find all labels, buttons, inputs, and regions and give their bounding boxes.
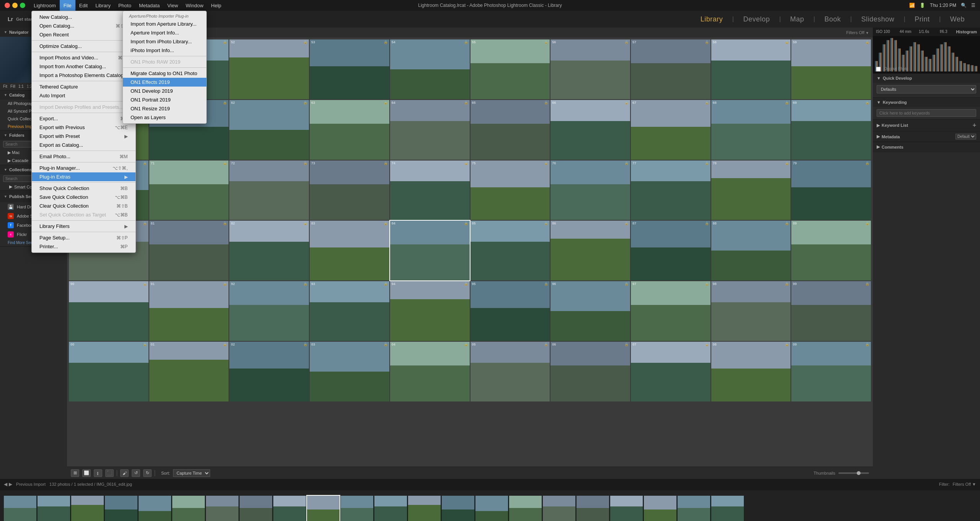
photo-cell[interactable]: 73🔒 bbox=[310, 161, 389, 220]
menu-export-catalog[interactable]: Export as Catalog... bbox=[32, 141, 136, 149]
submenu-iphoto-info[interactable]: iPhoto Import Info... bbox=[123, 46, 206, 55]
menu-window[interactable]: Window bbox=[182, 0, 207, 11]
photo-cell[interactable]: 01🔒 bbox=[149, 342, 229, 401]
photo-cell[interactable]: 86🔒 bbox=[550, 221, 630, 280]
thumbnail-slider-handle[interactable] bbox=[857, 471, 861, 475]
menu-email-photo[interactable]: Email Photo... ⌘M bbox=[32, 152, 136, 161]
photo-cell[interactable]: 99🔒 bbox=[791, 281, 871, 341]
prev-arrow[interactable]: ◀ bbox=[4, 482, 7, 487]
module-develop[interactable]: Develop bbox=[735, 11, 777, 28]
filmstrip-cell[interactable] bbox=[408, 496, 441, 521]
menu-open-recent[interactable]: Open Recent ▶ bbox=[32, 30, 136, 39]
filmstrip-cell[interactable] bbox=[4, 496, 36, 521]
photo-cell[interactable]: 09🔒 bbox=[791, 342, 871, 401]
thumbnail-slider[interactable] bbox=[838, 472, 869, 474]
photo-cell[interactable]: 84🔒 bbox=[390, 221, 470, 280]
menu-photo[interactable]: Photo bbox=[114, 0, 135, 11]
photo-cell[interactable]: 56🔒 bbox=[550, 39, 630, 99]
original-photo-check[interactable] bbox=[876, 67, 881, 72]
sort-select[interactable]: Capture Time Edit Time File Name Rating bbox=[173, 469, 210, 477]
menu-open-catalog[interactable]: Open Catalog... ⌘⇧O bbox=[32, 21, 136, 30]
menu-export-previous[interactable]: Export with Previous ⌥⌘E bbox=[32, 123, 136, 132]
filters-off-status[interactable]: Filters Off ▼ bbox=[953, 482, 976, 487]
view-grid-button[interactable]: ⊞ bbox=[71, 469, 79, 477]
photo-cell[interactable]: 92🔒 bbox=[229, 281, 309, 341]
filmstrip-cell[interactable] bbox=[206, 496, 238, 521]
photo-cell[interactable]: 91🔒 bbox=[149, 281, 229, 341]
module-web[interactable]: Web bbox=[942, 11, 972, 28]
search-icon[interactable]: 🔍 bbox=[961, 3, 967, 8]
menu-lightroom[interactable]: Lightroom bbox=[30, 0, 60, 11]
menu-library[interactable]: Library bbox=[91, 0, 114, 11]
menu-tethered[interactable]: Tethered Capture ▶ bbox=[32, 82, 136, 91]
filmstrip-cell[interactable] bbox=[139, 496, 171, 521]
comments-header[interactable]: ▶ Comments bbox=[873, 142, 980, 152]
menu-import-elements[interactable]: Import a Photoshop Elements Catalog... bbox=[32, 71, 136, 80]
menu-clear-quick[interactable]: Clear Quick Collection ⌘⇧B bbox=[32, 202, 136, 210]
filmstrip-cell[interactable] bbox=[240, 496, 272, 521]
photo-cell[interactable]: 53🔒 bbox=[310, 39, 389, 99]
menu-auto-import[interactable]: Auto Import ▶ bbox=[32, 91, 136, 100]
photo-cell[interactable]: 78🔒 bbox=[711, 161, 791, 220]
filmstrip-cell[interactable] bbox=[442, 496, 474, 521]
close-button[interactable] bbox=[5, 3, 10, 8]
filmstrip-cell[interactable] bbox=[273, 496, 306, 521]
photo-cell[interactable]: 90🔒 bbox=[69, 281, 149, 341]
photo-cell[interactable]: 89🔒 bbox=[791, 221, 871, 280]
menu-import-catalog[interactable]: Import from Another Catalog... bbox=[32, 62, 136, 71]
menu-printer[interactable]: Printer... ⌘P bbox=[32, 242, 136, 251]
submenu-on1-portrait[interactable]: ON1 Portrait 2019 bbox=[123, 95, 206, 104]
photo-cell[interactable]: 64🔒 bbox=[390, 100, 470, 160]
menu-help[interactable]: Help bbox=[207, 0, 225, 11]
zoom-fit[interactable]: Fit bbox=[3, 84, 7, 88]
menu-plugin-manager[interactable]: Plug-in Manager... ⌥⇧⌘, bbox=[32, 164, 136, 172]
menu-page-setup[interactable]: Page Setup... ⌘⇧P bbox=[32, 233, 136, 242]
menu-library-filters[interactable]: Library Filters ▶ bbox=[32, 222, 136, 231]
keyword-list-add[interactable]: + bbox=[973, 122, 976, 129]
photo-cell[interactable]: 75🔒 bbox=[470, 161, 550, 220]
menu-plugin-extras[interactable]: Plug-in Extras ▶ bbox=[32, 172, 136, 181]
minimize-button[interactable] bbox=[12, 3, 18, 8]
photo-cell[interactable]: 58🔒 bbox=[711, 39, 791, 99]
photo-cell[interactable]: 65🔒 bbox=[470, 100, 550, 160]
menu-metadata[interactable]: Metadata bbox=[135, 0, 163, 11]
photo-cell[interactable]: 67🔒 bbox=[631, 100, 710, 160]
photo-cell[interactable]: 98🔒 bbox=[711, 281, 791, 341]
menu-export-preset[interactable]: Export with Preset ▶ bbox=[32, 132, 136, 141]
rotate-left-tool[interactable]: ↺ bbox=[132, 469, 140, 477]
submenu-on1-effects[interactable]: ON1 Effects 2019 bbox=[123, 78, 206, 87]
submenu-on1-develop[interactable]: ON1 Develop 2019 bbox=[123, 87, 206, 95]
photo-cell[interactable]: 08🔒 bbox=[711, 342, 791, 401]
filmstrip-cell[interactable] bbox=[543, 496, 575, 521]
photo-cell[interactable]: 83🔒 bbox=[310, 221, 389, 280]
photo-cell[interactable]: 59🔒 bbox=[791, 39, 871, 99]
menu-export[interactable]: Export... ⌘E bbox=[32, 114, 136, 123]
menu-edit[interactable]: Edit bbox=[75, 0, 91, 11]
submenu-open-layers[interactable]: Open as Layers bbox=[123, 113, 206, 122]
photo-cell[interactable]: 93🔒 bbox=[310, 281, 389, 341]
menu-file[interactable]: File bbox=[60, 0, 75, 11]
keywording-header[interactable]: ▼ Keywording bbox=[873, 98, 980, 107]
photo-cell[interactable]: 85🔒 bbox=[470, 221, 550, 280]
rotate-right-tool[interactable]: ↻ bbox=[143, 469, 152, 477]
photo-cell[interactable]: 74🔒 bbox=[390, 161, 470, 220]
photo-cell[interactable]: 77🔒 bbox=[631, 161, 710, 220]
photo-cell[interactable]: 71🔒 bbox=[149, 161, 229, 220]
photo-cell[interactable]: 97🔒 bbox=[631, 281, 710, 341]
photo-cell[interactable]: 55🔒 bbox=[470, 39, 550, 99]
photo-cell[interactable]: 66🔒 bbox=[550, 100, 630, 160]
photo-cell[interactable]: 76🔒 bbox=[550, 161, 630, 220]
module-book[interactable]: Book bbox=[817, 11, 849, 28]
photo-cell[interactable]: 52🔒 bbox=[229, 39, 309, 99]
submenu-on1-resize[interactable]: ON1 Resize 2019 bbox=[123, 104, 206, 113]
filmstrip-cell[interactable] bbox=[678, 496, 710, 521]
photo-cell[interactable]: 57🔒 bbox=[631, 39, 710, 99]
filmstrip-cell[interactable] bbox=[644, 496, 676, 521]
photo-cell[interactable]: 02🔒 bbox=[229, 342, 309, 401]
photo-cell[interactable]: 06🔒 bbox=[550, 342, 630, 401]
menu-view[interactable]: View bbox=[163, 0, 182, 11]
zoom-1to1[interactable]: 1:1 bbox=[18, 84, 24, 88]
photo-cell[interactable]: 07🔒 bbox=[631, 342, 710, 401]
filmstrip-cell[interactable] bbox=[711, 496, 744, 521]
menu-optimize-catalog[interactable]: Optimize Catalog... bbox=[32, 42, 136, 51]
